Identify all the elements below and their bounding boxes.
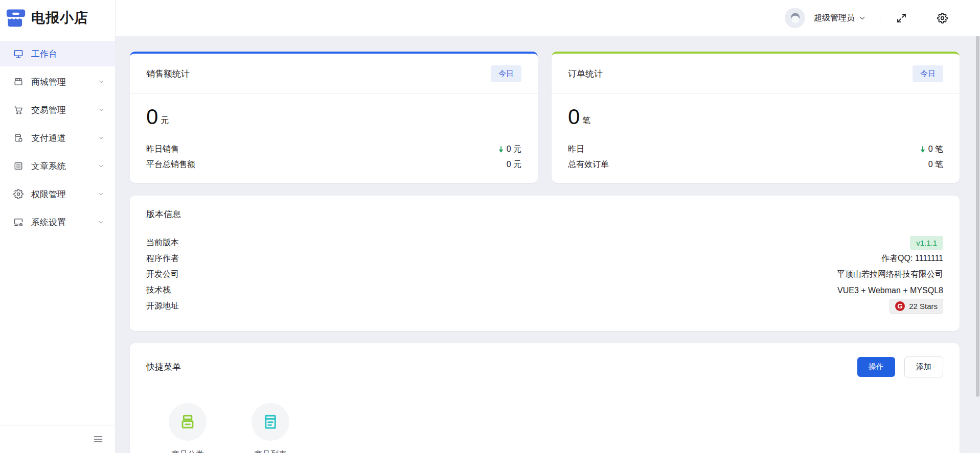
scrollbar-thumb[interactable]	[976, 36, 979, 397]
sidebar-item-label: 文章系统	[31, 160, 66, 172]
metric-unit: 笔	[582, 115, 590, 128]
quick-actions: 操作 添加	[857, 356, 943, 377]
scrollbar-track[interactable]	[974, 36, 980, 453]
metric-unit: 元	[161, 115, 169, 128]
sidebar-item-articles[interactable]: 文章系统	[0, 153, 115, 179]
card-title: 销售额统计	[146, 68, 190, 80]
main-metric: 0 笔	[568, 106, 943, 128]
list-icon	[262, 413, 279, 431]
sidebar-item-label: 工作台	[31, 48, 57, 60]
stars-count: 22 Stars	[909, 302, 938, 311]
metric-rows: 昨日 0 笔 总有效订单 0 笔	[568, 141, 943, 172]
version-row: 技术栈 VUE3 + Webman + MYSQL8	[146, 282, 943, 298]
settings-gear-icon[interactable]	[937, 13, 948, 23]
card-title: 快捷菜单	[146, 361, 181, 373]
metric-row: 昨日销售 0 元	[146, 141, 521, 157]
sidebar-item-label: 交易管理	[31, 104, 66, 116]
card-header: 订单统计 今日	[552, 54, 960, 94]
version-row: 当前版本 v1.1.1	[146, 235, 943, 251]
card-title: 订单统计	[568, 68, 603, 80]
category-icon	[179, 413, 196, 431]
version-info-card: 版本信息 当前版本 v1.1.1 程序作者 作者QQ: 1111111 开发公司…	[130, 196, 960, 331]
operate-button[interactable]: 操作	[857, 357, 895, 377]
card-body: 0 元 昨日销售 0 元	[130, 94, 538, 172]
stats-row: 销售额统计 今日 0 元 昨日销售	[130, 52, 960, 183]
avatar-image	[785, 8, 805, 28]
metric-row: 总有效订单 0 笔	[568, 157, 943, 172]
cart-icon	[13, 105, 24, 115]
row-label: 平台总销售额	[146, 159, 195, 170]
sidebar-item-trade[interactable]: 交易管理	[0, 97, 115, 123]
sidebar-nav: 工作台 商城管理 交易管理 支付通道 文章系统	[0, 36, 115, 235]
brand-name: 电报小店	[31, 9, 88, 27]
shortcut-grid: 商品分类 商品列表	[146, 403, 943, 453]
header-divider	[881, 12, 881, 23]
brand-logo[interactable]: 电报小店	[0, 0, 115, 36]
row-label: 总有效订单	[568, 159, 609, 170]
article-icon	[13, 161, 24, 171]
row-value: 作者QQ: 1111111	[881, 253, 943, 264]
shortcut-icon-wrap	[252, 403, 289, 441]
version-row: 程序作者 作者QQ: 1111111	[146, 251, 943, 267]
shortcut-icon-wrap	[169, 403, 207, 441]
store-icon	[13, 77, 24, 87]
row-value: 0 笔	[919, 144, 943, 155]
main-content: 销售额统计 今日 0 元 昨日销售	[116, 36, 980, 453]
today-badge[interactable]: 今日	[913, 65, 943, 82]
sidebar-item-permissions[interactable]: 权限管理	[0, 181, 115, 207]
shortcut-product-categories[interactable]: 商品分类	[146, 403, 229, 453]
trend-down-icon	[497, 146, 505, 153]
system-gear-icon	[13, 217, 24, 227]
chevron-down-icon	[98, 219, 105, 226]
version-row: 开发公司 平顶山若拉网络科技有限公司	[146, 267, 943, 282]
version-rows: 当前版本 v1.1.1 程序作者 作者QQ: 1111111 开发公司 平顶山若…	[146, 235, 943, 314]
add-button[interactable]: 添加	[904, 356, 943, 377]
card-header: 销售额统计 今日	[130, 54, 538, 94]
sidebar-item-label: 系统设置	[31, 217, 66, 228]
sidebar-item-payment[interactable]: 支付通道	[0, 125, 115, 151]
sidebar-item-mall[interactable]: 商城管理	[0, 69, 115, 94]
sidebar-item-system[interactable]: 系统设置	[0, 209, 115, 235]
permission-gear-icon	[13, 189, 24, 199]
row-value: 0 元	[497, 144, 521, 155]
today-badge[interactable]: 今日	[491, 65, 521, 82]
user-name[interactable]: 超级管理员	[814, 13, 855, 23]
metric-rows: 昨日销售 0 元 平台总销售额 0 元	[146, 141, 521, 172]
chevron-down-icon[interactable]	[858, 14, 866, 22]
version-tag: v1.1.1	[910, 236, 943, 250]
header-divider	[922, 12, 922, 23]
row-value: VUE3 + Webman + MYSQL8	[837, 286, 943, 295]
shortcut-product-list[interactable]: 商品列表	[229, 403, 312, 453]
row-value: 0 元	[507, 159, 521, 170]
card-header: 快捷菜单 操作 添加	[146, 356, 943, 377]
row-label: 昨日	[568, 144, 584, 155]
quick-menu-card: 快捷菜单 操作 添加 商品分类	[130, 343, 960, 453]
row-label: 开发公司	[146, 269, 179, 280]
row-value: 平顶山若拉网络科技有限公司	[837, 269, 943, 280]
chevron-down-icon	[98, 134, 105, 141]
chevron-down-icon	[98, 162, 105, 170]
shortcut-label: 商品列表	[254, 449, 287, 453]
avatar[interactable]	[785, 8, 805, 28]
row-label: 技术栈	[146, 285, 171, 296]
card-title: 版本信息	[146, 208, 943, 221]
sidebar-item-workbench[interactable]: 工作台	[0, 41, 115, 66]
version-row: 开源地址 G 22 Stars	[146, 298, 943, 314]
row-label: 程序作者	[146, 253, 179, 264]
row-label: 昨日销售	[146, 144, 179, 155]
monitor-icon	[13, 49, 24, 59]
sidebar-item-label: 权限管理	[31, 188, 66, 200]
chevron-down-icon	[98, 78, 105, 85]
main-metric: 0 元	[146, 106, 521, 128]
metric-row: 平台总销售额 0 元	[146, 157, 521, 172]
metric-row: 昨日 0 笔	[568, 141, 943, 157]
trend-down-icon	[919, 146, 926, 153]
metric-value: 0	[568, 106, 580, 128]
row-value: 0 笔	[928, 159, 943, 170]
fullscreen-icon[interactable]	[896, 13, 907, 23]
collapse-menu-icon[interactable]	[93, 434, 104, 445]
sales-stats-card: 销售额统计 今日 0 元 昨日销售	[130, 52, 538, 183]
top-header: 超级管理员	[116, 0, 980, 36]
gitee-stars-badge[interactable]: G 22 Stars	[890, 299, 943, 314]
row-label: 当前版本	[146, 237, 179, 248]
